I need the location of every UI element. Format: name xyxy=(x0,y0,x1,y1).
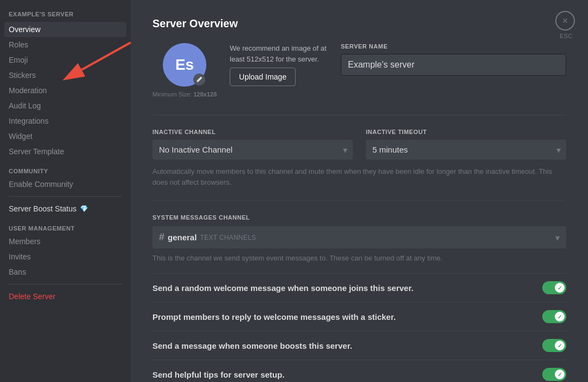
inactive-timeout-select-wrapper: 5 minutes ▾ xyxy=(366,140,566,160)
sidebar-divider-2 xyxy=(9,284,122,284)
boost-icon: 💎 xyxy=(80,205,88,213)
sidebar-label-audit-log: Audit Log xyxy=(9,101,41,110)
close-icon: × xyxy=(562,15,568,27)
sidebar-item-audit-log[interactable]: Audit Log xyxy=(4,98,126,113)
upload-description: We recommend an image of at least 512x51… xyxy=(230,43,328,64)
toggle-switch-sticker-toggle[interactable]: ✓ xyxy=(542,310,566,323)
sidebar: EXAMPLE'S SERVER Overview Roles Emoji St… xyxy=(0,0,131,382)
toggle-knob-tips-toggle: ✓ xyxy=(555,369,565,379)
toggle-check-icon-welcome-toggle: ✓ xyxy=(558,285,562,291)
sidebar-divider xyxy=(9,196,122,197)
server-name-input[interactable] xyxy=(341,54,566,76)
sidebar-label-server-template: Server Template xyxy=(9,147,64,156)
toggle-knob-welcome-toggle: ✓ xyxy=(555,283,565,293)
sidebar-item-bans[interactable]: Bans xyxy=(4,264,126,280)
sidebar-item-server-template[interactable]: Server Template xyxy=(4,144,126,159)
toggle-label-boost-toggle: Send a message when someone boosts this … xyxy=(152,341,352,350)
sidebar-item-moderation[interactable]: Moderation xyxy=(4,83,126,98)
sidebar-item-emoji[interactable]: Emoji xyxy=(4,52,126,68)
user-management-section-label: USER MANAGEMENT xyxy=(4,216,126,234)
main-content: × ESC Server Overview Es Minimum Size: 1… xyxy=(131,0,588,382)
toggle-switch-welcome-toggle[interactable]: ✓ xyxy=(542,281,566,294)
toggle-label-welcome-toggle: Send a random welcome message when someo… xyxy=(152,283,413,293)
inactive-channel-label: INACTIVE CHANNEL xyxy=(152,129,353,135)
sidebar-label-roles: Roles xyxy=(9,40,28,49)
sidebar-label-moderation: Moderation xyxy=(9,86,47,95)
sidebar-label-invites: Invites xyxy=(9,252,30,261)
sidebar-item-widget[interactable]: Widget xyxy=(4,129,126,144)
toggle-label-tips-toggle: Send helpful tips for server setup. xyxy=(152,370,285,379)
inactive-helper-text: Automatically move members to this chann… xyxy=(152,166,566,187)
system-helper-text: This is the channel we send system event… xyxy=(152,254,566,262)
inactive-timeout-select[interactable]: 5 minutes xyxy=(366,140,566,160)
channel-select-arrow-icon: ▾ xyxy=(555,232,560,242)
toggle-knob-sticker-toggle: ✓ xyxy=(555,312,565,322)
system-channel-name: general xyxy=(168,233,197,242)
server-icon-section: Es Minimum Size: 128x128 xyxy=(152,43,217,98)
sidebar-item-roles[interactable]: Roles xyxy=(4,37,126,52)
divider-2 xyxy=(152,201,566,201)
sidebar-label-bans: Bans xyxy=(9,268,26,276)
community-section-label: COMMUNITY xyxy=(4,159,126,177)
sidebar-label-delete-server: Delete Server xyxy=(9,292,56,301)
sidebar-label-enable-community: Enable Community xyxy=(9,180,73,189)
toggle-switch-boost-toggle[interactable]: ✓ xyxy=(542,339,566,352)
sidebar-item-enable-community[interactable]: Enable Community xyxy=(4,177,126,192)
toggle-row-sticker-toggle: Prompt members to reply to welcome messa… xyxy=(152,302,566,331)
channel-hash-icon: # xyxy=(159,232,164,243)
server-name-label: EXAMPLE'S SERVER xyxy=(4,9,126,22)
system-channel-sub-label: TEXT CHANNELS xyxy=(200,234,256,241)
toggle-check-icon-sticker-toggle: ✓ xyxy=(558,314,562,320)
toggle-row-tips-toggle: Send helpful tips for server setup.✓ xyxy=(152,360,566,382)
server-avatar-initials: Es xyxy=(175,56,194,74)
sidebar-label-integrations: Integrations xyxy=(9,117,48,125)
toggle-check-icon-tips-toggle: ✓ xyxy=(558,372,562,378)
sidebar-label-server-boost: Server Boost Status xyxy=(9,204,77,213)
edit-avatar-icon[interactable] xyxy=(193,74,205,86)
inactive-channel-col: INACTIVE CHANNEL No Inactive Channel ▾ xyxy=(152,129,353,160)
system-messages-label: SYSTEM MESSAGES CHANNEL xyxy=(152,214,566,221)
server-name-section: SERVER NAME xyxy=(341,43,566,76)
toggle-knob-boost-toggle: ✓ xyxy=(555,341,565,350)
close-button[interactable]: × xyxy=(555,11,575,31)
divider-1 xyxy=(152,115,566,116)
esc-label: ESC xyxy=(560,33,573,39)
toggle-check-icon-boost-toggle: ✓ xyxy=(558,343,562,349)
sidebar-label-emoji: Emoji xyxy=(9,56,28,64)
inactive-timeout-col: INACTIVE TIMEOUT 5 minutes ▾ xyxy=(366,129,566,160)
sidebar-item-integrations[interactable]: Integrations xyxy=(4,113,126,129)
toggle-row-welcome-toggle: Send a random welcome message when someo… xyxy=(152,273,566,302)
sidebar-label-stickers: Stickers xyxy=(9,71,36,80)
toggle-rows-container: Send a random welcome message when someo… xyxy=(152,273,566,382)
upload-section: We recommend an image of at least 512x51… xyxy=(230,43,328,86)
toggle-switch-tips-toggle[interactable]: ✓ xyxy=(542,368,566,381)
sidebar-item-server-boost[interactable]: Server Boost Status 💎 xyxy=(4,201,126,216)
server-name-field-label: SERVER NAME xyxy=(341,43,566,50)
inactive-channel-row: INACTIVE CHANNEL No Inactive Channel ▾ I… xyxy=(152,129,566,160)
toggle-row-boost-toggle: Send a message when someone boosts this … xyxy=(152,331,566,360)
inactive-timeout-label: INACTIVE TIMEOUT xyxy=(366,129,566,135)
sidebar-label-widget: Widget xyxy=(9,132,33,141)
sidebar-item-invites[interactable]: Invites xyxy=(4,249,126,264)
sidebar-label-members: Members xyxy=(9,237,40,246)
sidebar-item-delete-server[interactable]: Delete Server xyxy=(4,289,126,304)
upload-image-button[interactable]: Upload Image xyxy=(230,68,296,86)
server-header: Es Minimum Size: 128x128 We recommend an… xyxy=(152,43,566,98)
sidebar-item-stickers[interactable]: Stickers xyxy=(4,68,126,83)
page-title: Server Overview xyxy=(152,17,566,30)
inactive-channel-select[interactable]: No Inactive Channel xyxy=(152,140,353,160)
sidebar-label-overview: Overview xyxy=(9,25,40,34)
sidebar-item-overview[interactable]: Overview xyxy=(4,22,126,37)
toggle-label-sticker-toggle: Prompt members to reply to welcome messa… xyxy=(152,312,396,322)
server-avatar[interactable]: Es xyxy=(163,43,206,87)
inactive-channel-select-wrapper: No Inactive Channel ▾ xyxy=(152,140,353,160)
system-channel-select[interactable]: # general TEXT CHANNELS ▾ xyxy=(152,226,566,248)
min-size-label: Minimum Size: 128x128 xyxy=(152,91,217,98)
sidebar-item-members[interactable]: Members xyxy=(4,234,126,249)
